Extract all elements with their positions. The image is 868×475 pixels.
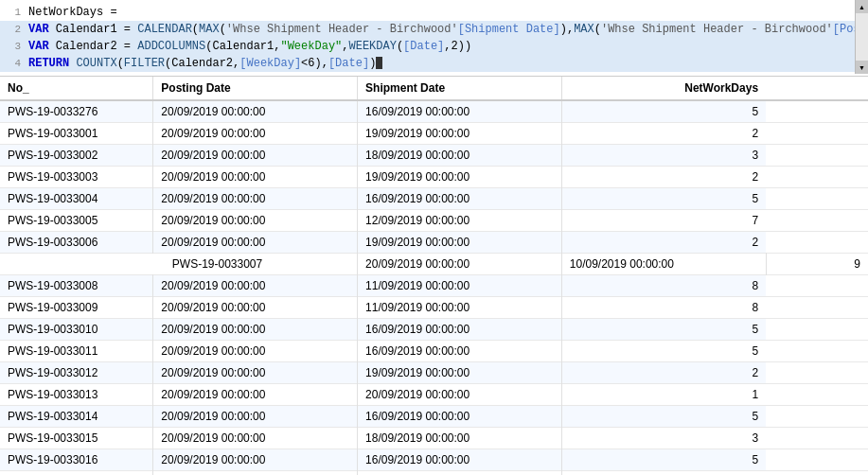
cell-shipment-date: 16/09/2019 00:00:00 [358, 319, 562, 341]
cell-networkdays: 3 [561, 145, 766, 167]
cell-networkdays: 2 [561, 123, 766, 145]
code-line-1: 1NetWorkDays = [0, 4, 868, 21]
table-row[interactable]: PWS-19-003300420/09/2019 00:00:0016/09/2… [0, 188, 868, 210]
cell-shipment-date: 18/09/2019 00:00:00 [358, 145, 562, 167]
table-row[interactable]: ►PWS-19-003300720/09/2019 00:00:0010/09/… [0, 254, 868, 275]
cell-networkdays: 1 [561, 384, 766, 406]
cell-no: PWS-19-0033004 [0, 188, 153, 210]
cell-shipment-date: 16/09/2019 00:00:00 [358, 100, 562, 123]
table-row[interactable]: PWS-19-003327620/09/2019 00:00:0016/09/2… [0, 100, 868, 123]
cell-no: PWS-19-0033014 [0, 406, 153, 428]
cell-no: PWS-19-0033016 [0, 449, 153, 471]
cell-shipment-date: 16/09/2019 00:00:00 [358, 406, 562, 428]
cell-networkdays: 3 [561, 428, 766, 449]
line-number: 4 [8, 56, 21, 72]
cell-posting-date: 20/09/2019 00:00:00 [358, 254, 562, 275]
cell-posting-date: 20/09/2019 00:00:00 [153, 167, 358, 188]
line-number: 1 [8, 5, 21, 21]
cell-no: PWS-19-0033015 [0, 428, 153, 449]
table-row[interactable]: PWS-19-003301220/09/2019 00:00:0019/09/2… [0, 362, 868, 384]
table-row[interactable]: PWS-19-003301720/09/2019 00:00:0020/09/2… [0, 471, 868, 476]
vertical-scrollbar[interactable]: ▲ ▼ [855, 0, 868, 74]
table-row[interactable]: PWS-19-003301020/09/2019 00:00:0016/09/2… [0, 319, 868, 341]
table-row[interactable]: PWS-19-003300520/09/2019 00:00:0012/09/2… [0, 210, 868, 232]
cell-networkdays: 2 [561, 167, 766, 188]
cell-posting-date: 20/09/2019 00:00:00 [153, 275, 358, 297]
cell-posting-date: 20/09/2019 00:00:00 [153, 100, 358, 123]
cell-shipment-date: 12/09/2019 00:00:00 [358, 210, 562, 232]
table-header-row: No_ Posting Date Shipment Date NetWorkDa… [0, 77, 868, 100]
cell-no: PWS-19-0033005 [0, 210, 153, 232]
cell-no: PWS-19-0033017 [0, 471, 153, 476]
line-number: 2 [8, 22, 21, 38]
cell-no: PWS-19-0033003 [0, 167, 153, 188]
cell-networkdays: 2 [561, 232, 766, 254]
app-container: 1NetWorkDays =2VAR Calendar1 = CALENDAR(… [0, 0, 868, 475]
cell-posting-date: 20/09/2019 00:00:00 [153, 341, 358, 362]
cell-shipment-date: 19/09/2019 00:00:00 [358, 232, 562, 254]
cell-shipment-date: 16/09/2019 00:00:00 [358, 449, 562, 471]
cell-no: PWS-19-0033013 [0, 384, 153, 406]
cell-posting-date: 20/09/2019 00:00:00 [153, 428, 358, 449]
col-header-nwd[interactable]: NetWorkDays [561, 77, 766, 100]
cell-shipment-date: 19/09/2019 00:00:00 [358, 362, 562, 384]
col-header-no[interactable]: No_ [0, 77, 153, 100]
cell-no: PWS-19-0033007 [153, 254, 358, 275]
line-content: NetWorkDays = [28, 4, 117, 21]
cell-networkdays: 8 [561, 275, 766, 297]
cell-posting-date: 20/09/2019 00:00:00 [153, 384, 358, 406]
cell-networkdays: 5 [561, 449, 766, 471]
scroll-up-button[interactable]: ▲ [856, 0, 869, 13]
cell-shipment-date: 10/09/2019 00:00:00 [561, 254, 766, 275]
cell-posting-date: 20/09/2019 00:00:00 [153, 123, 358, 145]
cell-posting-date: 20/09/2019 00:00:00 [153, 210, 358, 232]
cell-networkdays: 5 [561, 319, 766, 341]
code-line-3: 3VAR Calendar2 = ADDCOLUMNS(Calendar1,"W… [0, 38, 868, 55]
col-header-posting[interactable]: Posting Date [153, 77, 358, 100]
cell-shipment-date: 20/09/2019 00:00:00 [358, 471, 562, 476]
table-row[interactable]: PWS-19-003300320/09/2019 00:00:0019/09/2… [0, 167, 868, 188]
cell-networkdays: 2 [561, 362, 766, 384]
cell-no: PWS-19-0033009 [0, 297, 153, 319]
table-row[interactable]: PWS-19-003300920/09/2019 00:00:0011/09/2… [0, 297, 868, 319]
table-row[interactable]: PWS-19-003301120/09/2019 00:00:0016/09/2… [0, 341, 868, 362]
line-content: VAR Calendar2 = ADDCOLUMNS(Calendar1,"We… [28, 38, 471, 55]
cell-networkdays: 7 [561, 210, 766, 232]
line-number: 3 [8, 39, 21, 55]
table-row[interactable]: PWS-19-003301320/09/2019 00:00:0020/09/2… [0, 384, 868, 406]
cell-no: PWS-19-0033276 [0, 100, 153, 123]
cell-posting-date: 20/09/2019 00:00:00 [153, 232, 358, 254]
text-cursor [376, 57, 382, 69]
cell-posting-date: 20/09/2019 00:00:00 [153, 449, 358, 471]
cell-no: PWS-19-0033002 [0, 145, 153, 167]
line-content: RETURN COUNTX(FILTER(Calendar2,[WeekDay]… [28, 55, 382, 72]
cell-shipment-date: 11/09/2019 00:00:00 [358, 297, 562, 319]
cell-shipment-date: 11/09/2019 00:00:00 [358, 275, 562, 297]
cell-networkdays: 8 [561, 297, 766, 319]
cell-no: PWS-19-0033006 [0, 232, 153, 254]
cell-no: PWS-19-0033001 [0, 123, 153, 145]
table-row[interactable]: PWS-19-003300120/09/2019 00:00:0019/09/2… [0, 123, 868, 145]
cell-shipment-date: 20/09/2019 00:00:00 [358, 384, 562, 406]
cell-posting-date: 20/09/2019 00:00:00 [153, 297, 358, 319]
table-row[interactable]: PWS-19-003300820/09/2019 00:00:0011/09/2… [0, 275, 868, 297]
data-table: No_ Posting Date Shipment Date NetWorkDa… [0, 77, 868, 475]
table-row[interactable]: PWS-19-003301620/09/2019 00:00:0016/09/2… [0, 449, 868, 471]
cell-networkdays: 5 [561, 188, 766, 210]
col-header-shipment[interactable]: Shipment Date [358, 77, 562, 100]
cell-no: PWS-19-0033008 [0, 275, 153, 297]
cell-posting-date: 20/09/2019 00:00:00 [153, 145, 358, 167]
table-row[interactable]: PWS-19-003301420/09/2019 00:00:0016/09/2… [0, 406, 868, 428]
cell-posting-date: 20/09/2019 00:00:00 [153, 188, 358, 210]
cell-networkdays: 5 [561, 341, 766, 362]
line-content: VAR Calendar1 = CALENDAR(MAX('Whse Shipm… [28, 21, 868, 38]
cell-posting-date: 20/09/2019 00:00:00 [153, 362, 358, 384]
cell-no: PWS-19-0033010 [0, 319, 153, 341]
table-row[interactable]: PWS-19-003300620/09/2019 00:00:0019/09/2… [0, 232, 868, 254]
scroll-down-button[interactable]: ▼ [856, 61, 869, 74]
cell-shipment-date: 16/09/2019 00:00:00 [358, 341, 562, 362]
cell-shipment-date: 16/09/2019 00:00:00 [358, 188, 562, 210]
cell-no: PWS-19-0033011 [0, 341, 153, 362]
table-row[interactable]: PWS-19-003301520/09/2019 00:00:0018/09/2… [0, 428, 868, 449]
table-row[interactable]: PWS-19-003300220/09/2019 00:00:0018/09/2… [0, 145, 868, 167]
